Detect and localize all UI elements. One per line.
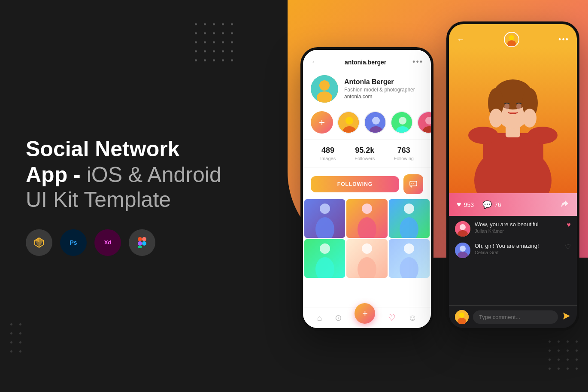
profile-name: Antonia Berger [344,78,415,86]
svg-point-43 [509,35,514,40]
profile-website[interactable]: antonia.com [344,94,415,100]
svg-point-37 [315,257,334,278]
grid-item-6[interactable] [389,239,430,278]
message-button[interactable] [403,174,423,194]
svg-point-8 [142,241,146,246]
sketch-icon [26,229,52,256]
svg-point-36 [320,243,330,254]
comment-2: Oh, girl! You are amazing! Celina Graf ♡ [455,243,571,258]
svg-rect-5 [138,237,142,241]
svg-point-17 [372,117,380,125]
comment-2-text: Oh, girl! You are amazing! Celina Graf [475,243,561,255]
comment-2-like-button[interactable]: ♡ [565,243,571,251]
svg-rect-28 [415,183,415,184]
stat-following-num: 763 [394,146,413,155]
current-user-avatar [455,310,469,324]
nav-home-icon[interactable]: ⌂ [317,313,322,323]
svg-point-20 [399,117,406,125]
title-block: Social Network App - iOS & Android UI Ki… [26,137,221,212]
action-buttons: FOLLOWING [303,169,431,199]
engagement-bar: ♥ 953 💬 76 [449,193,577,216]
send-button[interactable] [562,312,571,322]
stat-images-num: 489 [320,146,336,155]
comment-1: Wow, you are so beautiful Julian Krämer … [455,221,571,237]
left-panel: Social Network App - iOS & Android UI Ki… [26,137,221,256]
p2-main-photo [449,47,577,193]
nav-heart-icon[interactable]: ♡ [388,313,396,323]
title-line1: Social Network [26,137,221,161]
add-story-button[interactable]: + [311,111,333,134]
svg-point-56 [504,103,509,109]
photoshop-icon: Ps [60,229,87,256]
comments-section: Wow, you are so beautiful Julian Krämer … [449,216,577,305]
p1-header: ← antonia.berger ••• [303,50,431,71]
story-2[interactable] [364,111,386,134]
phone1-profile: ← antonia.berger ••• Antonia Berger Fash… [300,47,433,331]
dot-pattern-bottom-right [547,339,579,375]
back-button[interactable]: ← [311,58,318,67]
svg-point-23 [425,117,433,125]
svg-rect-6 [142,237,146,241]
svg-point-64 [460,246,466,252]
nav-search-icon[interactable]: ⊙ [335,313,342,323]
share-button[interactable] [561,199,569,210]
p1-profile: Antonia Berger Fashion model & photograp… [303,71,431,107]
story-3[interactable] [391,111,413,134]
stat-images: 489 Images [320,146,336,161]
grid-item-2[interactable] [346,199,387,238]
stat-followers: 95.2k Followers [355,146,375,161]
following-button[interactable]: FOLLOWING [311,176,399,192]
svg-point-34 [404,204,414,214]
p2-back-button[interactable]: ← [457,35,464,44]
title-platform: iOS & Android [81,163,221,187]
svg-rect-27 [413,183,414,184]
story-4[interactable] [417,111,433,134]
stat-followers-label: Followers [355,156,375,161]
comment-1-like-button[interactable]: ♥ [567,221,571,229]
nav-add-button[interactable]: + [355,303,375,324]
username-label: antonia.berger [345,59,386,66]
more-menu[interactable]: ••• [412,58,423,67]
comment-icon: 💬 [482,200,492,210]
adobe-xd-icon: Xd [94,229,121,256]
stat-following: 763 Following [394,146,413,161]
image-grid [303,199,431,278]
grid-item-1[interactable] [304,199,345,238]
svg-rect-9 [138,246,142,248]
phones-container: ← antonia.berger ••• Antonia Berger Fash… [300,21,579,331]
svg-point-35 [400,217,418,238]
comment-input[interactable] [473,310,558,324]
svg-rect-26 [411,183,412,184]
comments-count[interactable]: 💬 76 [482,200,501,210]
svg-point-14 [346,117,353,125]
svg-point-50 [527,127,558,144]
p2-more-menu[interactable]: ••• [558,35,569,44]
figma-icon [129,229,155,256]
grid-item-4[interactable] [304,239,345,278]
profile-info: Antonia Berger Fashion model & photograp… [344,78,415,100]
stat-following-label: Following [394,156,413,161]
grid-item-3[interactable] [389,199,430,238]
p2-header: ← ••• [449,24,577,47]
comment-1-text: Wow, you are so beautiful Julian Krämer [475,221,563,234]
svg-point-49 [468,127,498,144]
svg-point-57 [516,103,521,109]
story-1[interactable] [337,111,360,134]
title-line3: UI Kit Template [26,187,221,212]
fashion-photo [449,47,577,193]
svg-point-33 [358,217,376,238]
grid-item-5[interactable] [346,239,387,278]
stories-row: + [303,107,431,138]
comment-1-message: Wow, you are so beautiful [475,221,563,228]
comment-1-author: Julian Krämer [475,228,563,234]
nav-profile-icon[interactable]: ☺ [408,313,417,323]
svg-point-39 [358,257,376,278]
title-line2: App - iOS & Android [26,162,221,187]
likes-count[interactable]: ♥ 953 [457,200,474,209]
dot-pattern-bottom-left [9,322,23,358]
commenter-1-avatar [455,221,470,237]
stat-images-label: Images [320,156,336,161]
profile-avatar [311,75,338,103]
bottom-nav: ⌂ ⊙ + ♡ ☺ [303,307,431,328]
profile-bio: Fashion model & photographer [344,87,415,93]
